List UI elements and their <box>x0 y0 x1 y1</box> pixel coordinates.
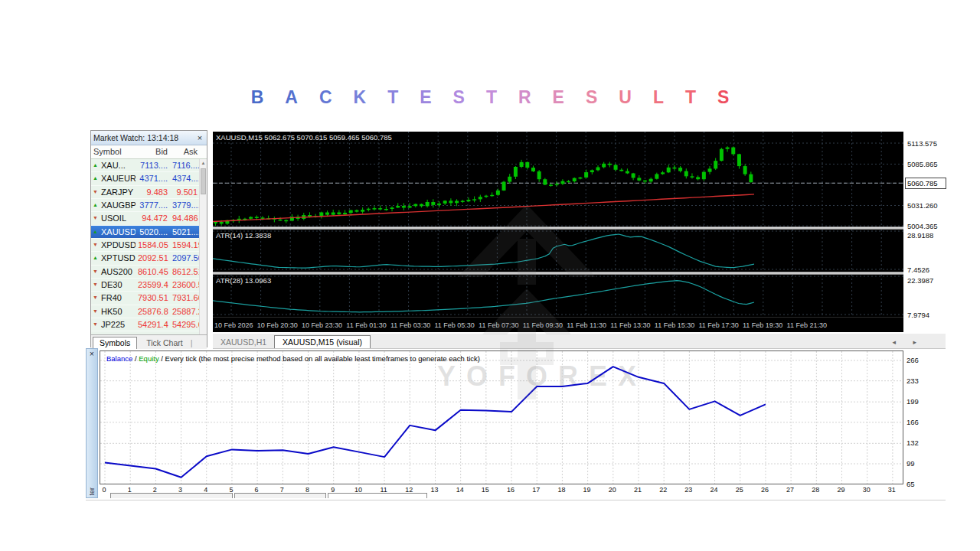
atr14-chart[interactable] <box>213 230 903 272</box>
graph-y-tick-label: 132 <box>906 439 919 447</box>
arrow-down-icon: ▼ <box>91 212 99 224</box>
banner-letter: E <box>553 87 564 108</box>
atr28-chart[interactable] <box>213 275 903 317</box>
close-icon[interactable]: × <box>87 349 97 359</box>
price-axis: 5060.785 5113.5755085.8655031.2605004.36… <box>904 132 946 331</box>
indicator-tick-label: 7.4526 <box>907 266 929 274</box>
time-axis-labels: 10 Feb 202610 Feb 20:3010 Feb 23:3011 Fe… <box>213 321 827 329</box>
symbol-cell: USOIL <box>99 212 136 224</box>
time-tick-label: 11 Feb 13:30 <box>610 321 650 329</box>
tab-separator: | <box>189 338 194 349</box>
bid-cell: 5751.43 <box>136 331 170 334</box>
bid-cell: 7113.... <box>136 159 170 171</box>
bid-cell: 4371.... <box>136 172 170 184</box>
scrollbar-thumb[interactable] <box>201 168 206 194</box>
symbol-cell: JP225 <box>99 318 136 331</box>
ask-cell: 9.501 <box>170 186 200 198</box>
column-header-ask[interactable]: Ask <box>170 145 200 158</box>
window-bottom-edge <box>86 500 946 500</box>
graph-y-tick-label: 266 <box>906 356 919 364</box>
time-tick-label: 11 Feb 09:30 <box>523 321 563 329</box>
table-row[interactable]: ▼USOIL94.47294.486 <box>91 212 207 225</box>
atr14-pane[interactable]: ATR(14) 12.3838 <box>213 230 903 272</box>
symbol-cell: XAUUSD <box>99 226 136 238</box>
symbol-cell: XPTUSD <box>99 252 136 264</box>
table-row[interactable]: ▲XAU...7113....7116.... <box>91 159 207 172</box>
balance-curve-chart[interactable] <box>100 351 903 484</box>
ask-cell: 1594.19 <box>170 239 200 251</box>
graph-y-tick-label: 199 <box>906 397 919 406</box>
banner-letter: B <box>251 87 264 108</box>
chart-tab-xauusd-h1[interactable]: XAUUSD,H1 <box>213 336 274 348</box>
legend-equity: Equity <box>139 354 158 363</box>
banner-letter: U <box>619 87 632 108</box>
tester-tab-stub[interactable] <box>328 493 427 498</box>
legend-method: / Every tick (the most precise method ba… <box>159 354 480 363</box>
bid-cell: 25876.8 <box>136 305 170 318</box>
scroll-up-icon[interactable]: ▲ <box>200 159 207 167</box>
atr28-pane[interactable]: ATR(28) 13.0963 <box>213 275 903 317</box>
graph-y-tick-label: 233 <box>906 377 919 385</box>
tester-panel-titlebar: × ter <box>86 348 98 498</box>
arrow-down-icon: ▼ <box>91 305 99 318</box>
arrow-up-icon: ▲ <box>91 226 99 238</box>
tester-tab-stub[interactable] <box>234 493 326 498</box>
time-tick-label: 11 Feb 19:30 <box>743 321 782 329</box>
bid-cell: 23599.4 <box>136 279 170 291</box>
bid-cell: 8610.45 <box>136 266 170 278</box>
tab-tick-chart[interactable]: Tick Chart <box>140 337 188 349</box>
column-header-symbol[interactable]: Symbol <box>91 145 136 158</box>
arrow-down-icon: ▼ <box>91 266 99 278</box>
arrow-up-icon: ▲ <box>91 159 99 171</box>
market-watch-tabbar: SymbolsTick Chart| <box>91 334 207 349</box>
time-tick-label: 11 Feb 21:30 <box>787 321 827 329</box>
banner-letter: T <box>387 87 398 108</box>
price-tick-label: 5004.365 <box>907 222 938 230</box>
column-header-bid[interactable]: Bid <box>136 145 170 158</box>
table-row[interactable]: ▼FR407930.517931.66 <box>91 292 207 305</box>
table-row[interactable]: ▼AUS2008610.458612.51 <box>91 266 207 279</box>
bid-cell: 5020.... <box>136 226 170 238</box>
arrow-down-icon: ▼ <box>91 292 99 304</box>
time-tick-label: 11 Feb 05:30 <box>434 321 474 329</box>
atr14-label: ATR(14) 12.3838 <box>216 231 271 240</box>
table-row[interactable]: ▼DE3023599.423600.5 <box>91 279 207 292</box>
candlestick-chart[interactable] <box>213 132 903 227</box>
symbol-cell: AUS200 <box>99 266 136 278</box>
table-row[interactable]: ▲XAUGBP3777....3779.... <box>91 199 207 212</box>
price-pane[interactable]: XAUUSD,M15 5062.675 5070.615 5059.465 50… <box>213 132 903 227</box>
price-tick-label: 5085.865 <box>907 160 938 168</box>
bid-cell: 2092.51 <box>136 252 170 264</box>
chart-tab-xauusd-m15-visual-[interactable]: XAUUSD,M15 (visual) <box>274 335 371 348</box>
table-row[interactable]: ▼ZARJPY9.4839.501 <box>91 186 207 199</box>
tab-scroll-arrows-icon[interactable]: ◂ ▸ <box>892 338 924 346</box>
tester-tabbar-clipped <box>100 493 903 498</box>
table-row[interactable]: ▼XPDUSD1584.051594.19 <box>91 239 207 252</box>
symbol-cell: XAUEUR <box>99 172 136 184</box>
price-tick-label: 5031.260 <box>907 201 938 210</box>
banner-letter: A <box>285 87 298 108</box>
bid-cell: 9.483 <box>136 186 170 198</box>
price-tick-label: 5113.575 <box>907 139 937 148</box>
close-icon[interactable]: × <box>195 134 204 142</box>
banner-letter: C <box>319 87 332 108</box>
table-row[interactable]: ▼HK5025876.825887.2 <box>91 305 207 318</box>
table-row[interactable]: ▼STOX...5751.435752.58 <box>91 331 207 334</box>
table-row[interactable]: ▲XAUEUR4371....4374.... <box>91 172 207 185</box>
table-row[interactable]: ▲XPTUSD2092.512097.50 <box>91 252 207 265</box>
market-watch-title: Market Watch: 13:14:18 <box>93 133 195 142</box>
tab-symbols[interactable]: Symbols <box>93 337 137 349</box>
table-row[interactable]: ▼JP22554291.454295.6 <box>91 318 207 331</box>
table-row[interactable]: ▲XAUUSD5020....5021.... <box>91 226 207 239</box>
chart-window[interactable]: XAUUSD,M15 5062.675 5070.615 5059.465 50… <box>213 132 903 331</box>
ask-cell: 4374.... <box>170 172 200 184</box>
tester-panel-vertical-label: ter <box>88 487 96 496</box>
ask-cell: 94.486 <box>170 212 200 224</box>
backtest-graph[interactable]: YOFOREX Balance / Equity / Every tick (t… <box>100 350 903 484</box>
bid-cell: 7930.51 <box>136 292 170 304</box>
atr28-label: ATR(28) 13.0963 <box>216 276 271 285</box>
scrollbar[interactable]: ▲ <box>199 159 207 334</box>
tester-tab-stub[interactable] <box>110 493 233 498</box>
bid-cell: 94.472 <box>136 212 170 224</box>
symbol-cell: XAU... <box>99 159 136 171</box>
